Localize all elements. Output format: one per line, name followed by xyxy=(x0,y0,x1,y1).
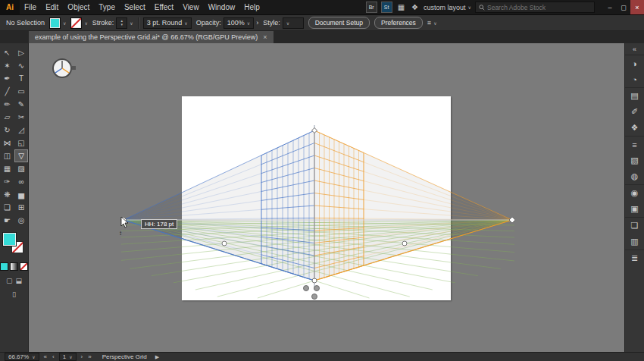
appearance-panel[interactable]: ◉ xyxy=(625,184,644,201)
scale-tool[interactable]: ◿ xyxy=(14,124,28,137)
gradient-panel[interactable]: ▧ xyxy=(625,152,644,168)
search-icon xyxy=(479,5,485,11)
type-tool[interactable]: T xyxy=(14,72,28,85)
stock-button[interactable]: St xyxy=(381,2,392,13)
workspace-switcher[interactable]: custom layout ∨ xyxy=(424,4,471,11)
opacity-dropdown[interactable]: 100% ∨ xyxy=(224,17,254,29)
menu-edit[interactable]: Edit xyxy=(41,0,63,14)
more-options-icon[interactable]: › xyxy=(256,19,258,27)
minimize-button[interactable]: – xyxy=(603,0,617,14)
graphic-styles-panel[interactable]: ▣ xyxy=(625,201,644,217)
fill-swatch[interactable] xyxy=(49,17,61,29)
menu-type[interactable]: Type xyxy=(94,0,120,14)
blend-tool[interactable]: ∞ xyxy=(14,175,28,188)
magic-wand-tool[interactable]: ✶ xyxy=(0,59,14,72)
color-guide-panel[interactable]: ◔ xyxy=(625,71,644,87)
column-graph-tool[interactable]: ▅ xyxy=(14,188,28,201)
scissors-tool[interactable]: ✂ xyxy=(14,111,28,124)
layers-panel[interactable]: ❏ xyxy=(625,217,644,234)
symbols-panel[interactable]: ❖ xyxy=(625,120,644,136)
stroke-swatch[interactable] xyxy=(70,17,82,29)
canvas-area[interactable]: ↕ HH: 178 pt xyxy=(29,43,624,352)
swatches-panel[interactable]: ▤ xyxy=(625,87,644,104)
color-button[interactable] xyxy=(0,262,8,271)
align-control[interactable]: ≡ ∨ xyxy=(427,19,437,27)
eraser-tool[interactable]: ▱ xyxy=(0,111,14,124)
selection-tool[interactable]: ↖ xyxy=(0,46,14,59)
draw-normal-icon[interactable]: ▢ xyxy=(6,277,13,284)
rotate-tool[interactable]: ↻ xyxy=(0,124,14,137)
hand-tool[interactable]: ☛ xyxy=(0,214,14,227)
menu-effect[interactable]: Effect xyxy=(150,0,178,14)
apps-icon[interactable]: ❖ xyxy=(410,3,420,11)
screen-mode-icon[interactable]: ▯ xyxy=(12,290,16,298)
zoom-control[interactable]: 66.67% ∨ xyxy=(5,353,39,361)
libraries-panel[interactable]: ≣ xyxy=(625,250,644,266)
prev-artboard-button[interactable]: ‹ xyxy=(52,353,55,360)
style-dropdown[interactable]: ∨ xyxy=(283,17,304,29)
zoom-tool[interactable]: ◎ xyxy=(14,214,28,227)
bridge-button[interactable]: Br xyxy=(366,2,377,13)
pen-tool[interactable]: ✒ xyxy=(0,72,14,85)
perspective-grid[interactable]: ↕ xyxy=(29,43,624,352)
stock-search[interactable] xyxy=(475,2,595,13)
stroke-color-control[interactable]: ∨ xyxy=(70,17,87,29)
rectangle-tool[interactable]: ▭ xyxy=(14,85,28,98)
expand-panels-button[interactable]: « xyxy=(625,43,644,55)
align-icon[interactable]: ≡ xyxy=(427,19,431,27)
line-segment-tool[interactable]: ╱ xyxy=(0,85,14,98)
gradient-button[interactable] xyxy=(10,262,18,271)
tool-icon: ❏ xyxy=(4,203,11,212)
artboards-panel[interactable]: ▥ xyxy=(625,234,644,250)
play-icon[interactable]: ▶ xyxy=(155,354,159,360)
close-button[interactable]: × xyxy=(630,0,644,14)
brush-name: 3 pt. Round xyxy=(147,19,183,27)
restore-button[interactable]: ◻ xyxy=(617,0,630,14)
document-tab[interactable]: example of using the Perspective Grid.ai… xyxy=(29,31,274,43)
preferences-button[interactable]: Preferences xyxy=(374,17,423,29)
slice-tool[interactable]: ⊞ xyxy=(14,201,28,214)
document-tab-title: example of using the Perspective Grid.ai… xyxy=(35,33,258,41)
lasso-tool[interactable]: ∿ xyxy=(14,59,28,72)
search-input[interactable] xyxy=(487,4,591,11)
close-icon[interactable]: × xyxy=(263,33,267,41)
fill-control[interactable]: ∨ xyxy=(49,17,66,29)
stepper-down-icon[interactable]: ▾ xyxy=(121,23,123,27)
stroke-panel[interactable]: ≡ xyxy=(625,136,644,152)
chevron-down-icon[interactable]: ∨ xyxy=(130,20,133,26)
pencil-tool[interactable]: ✎ xyxy=(14,98,28,111)
free-transform-tool[interactable]: ◱ xyxy=(14,137,28,149)
menu-object[interactable]: Object xyxy=(63,0,94,14)
menu-select[interactable]: Select xyxy=(120,0,150,14)
none-button[interactable] xyxy=(20,262,28,271)
mesh-tool[interactable]: ▦ xyxy=(0,162,14,175)
brush-definition-dropdown[interactable]: 3 pt. Round ∨ xyxy=(143,17,192,29)
perspective-grid-tool[interactable]: ▽ xyxy=(14,149,28,162)
menu-help[interactable]: Help xyxy=(239,0,264,14)
shape-builder-tool[interactable]: ◫ xyxy=(0,149,14,162)
workspace-icon[interactable]: ▦ xyxy=(396,3,406,11)
color-panel[interactable]: ◑ xyxy=(625,55,644,71)
stroke-weight-stepper[interactable]: ▴ ▾ xyxy=(116,17,127,29)
document-setup-button[interactable]: Document Setup xyxy=(308,17,370,29)
menu-view[interactable]: View xyxy=(178,0,204,14)
next-artboard-button[interactable]: › xyxy=(80,353,84,360)
last-artboard-button[interactable]: » xyxy=(87,353,92,360)
eyedropper-tool[interactable]: ✑ xyxy=(0,175,14,188)
direct-selection-tool[interactable]: ▷ xyxy=(14,46,28,59)
menu-file[interactable]: File xyxy=(20,0,41,14)
fill-indicator[interactable] xyxy=(3,233,16,246)
gradient-tool[interactable]: ▨ xyxy=(14,162,28,175)
app-logo[interactable]: Ai xyxy=(0,0,20,14)
menu-window[interactable]: Window xyxy=(204,0,240,14)
draw-behind-icon[interactable]: ⬓ xyxy=(16,277,23,284)
artboard-tool[interactable]: ❏ xyxy=(0,201,14,214)
width-tool[interactable]: ⋈ xyxy=(0,137,14,149)
brushes-panel[interactable]: ✐ xyxy=(625,104,644,120)
transparency-panel[interactable]: ◍ xyxy=(625,168,644,184)
symbol-sprayer-tool[interactable]: ❋ xyxy=(0,188,14,201)
artboard-navigation[interactable]: 1 ∨ xyxy=(59,353,77,361)
tool-icon: ✏ xyxy=(4,100,10,108)
first-artboard-button[interactable]: « xyxy=(43,353,48,360)
paintbrush-tool[interactable]: ✏ xyxy=(0,98,14,111)
